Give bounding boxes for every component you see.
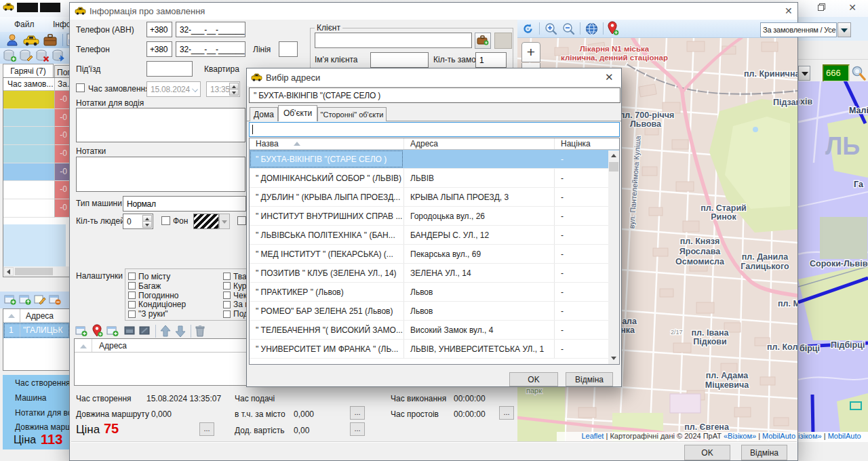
briefcase-icon[interactable] — [43, 33, 57, 46]
scroll-up-button[interactable] — [608, 151, 619, 161]
attr-leaflet[interactable]: Leaflet — [581, 432, 604, 440]
dialog-vscrollbar[interactable] — [608, 151, 619, 364]
order-address-sort[interactable] — [75, 339, 92, 352]
orders-col-za[interactable]: За. — [55, 78, 70, 90]
background-map[interactable]: хів Малі ЛЬ Га Сороки-Львівсь бірці Підб… — [798, 81, 868, 432]
search-map-icon[interactable] — [851, 65, 866, 82]
object-name[interactable]: " ПОЗИТИВ " КЛУБ (ЗЕЛЕНА УЛ., 14) — [250, 264, 403, 282]
maximize-button[interactable] — [813, 3, 828, 14]
object-name[interactable]: " ДОМІНІКАНСЬКИЙ СОБОР " (ЛЬВІВ) — [250, 169, 403, 187]
object-surcharge[interactable]: - — [554, 188, 608, 206]
tab-objects[interactable]: Об'єкти — [278, 105, 317, 121]
map-refresh-icon[interactable] — [521, 22, 534, 35]
object-row[interactable]: " МЕД ІНСТИТУТ " (ПЕКАРСЬКА) (... Пекарс… — [250, 245, 619, 264]
object-row[interactable]: " РОМЕО" БАР ЗЕЛЕНА 251 (Львов) Львов - — [250, 302, 619, 321]
remove-address-icon[interactable] — [49, 294, 61, 305]
order-row[interactable]: -0 — [3, 109, 70, 127]
order-badge-cell[interactable]: -0 — [55, 91, 70, 109]
option-checkbox[interactable] — [223, 301, 231, 308]
add-address-icon[interactable] — [4, 294, 16, 305]
client-extra-button[interactable] — [494, 33, 512, 49]
edit-address-icon[interactable] — [34, 294, 46, 305]
object-row[interactable]: " ДУБЛИН " (КРЫВА ЛЫПА ПРОЕЗД... КРЫВА Л… — [250, 188, 619, 207]
order-row[interactable]: -0 — [3, 181, 70, 199]
object-row[interactable]: " ИНСТИТУТ ВНУТРИШНИХ СПРАВ ... Городоць… — [250, 207, 619, 226]
menu-file[interactable]: Файл — [14, 20, 35, 29]
option-checkbox[interactable] — [128, 301, 136, 308]
option-item[interactable]: Погодинно — [128, 291, 186, 300]
object-surcharge[interactable]: - — [554, 207, 608, 225]
object-address[interactable]: Львов — [403, 302, 554, 320]
option-item[interactable]: "З руки" — [128, 309, 186, 319]
client-input[interactable] — [315, 33, 472, 48]
addr-pin-icon[interactable] — [92, 324, 103, 338]
dialog-cancel-button[interactable]: Відміна — [566, 372, 613, 386]
addr-dark2-icon[interactable] — [139, 325, 151, 337]
people-spinner[interactable]: 0 — [123, 214, 153, 229]
order-badge-cell[interactable]: -0 — [55, 127, 70, 145]
object-row[interactable]: " УНИВЕРСИТЕТ ИМ ФРАНКА " (ЛЬ... ЛЬВІВ, … — [250, 340, 619, 359]
addr-dark1-icon[interactable] — [124, 325, 136, 337]
object-address[interactable]: Городоцька вул., 26 — [403, 207, 554, 225]
object-row[interactable]: " ДОМІНІКАНСЬКИЙ СОБОР " (ЛЬВІВ) ЛЬВІВ - — [250, 169, 619, 188]
extra-checkbox[interactable] — [237, 216, 246, 225]
order-ok-button[interactable]: OK — [684, 445, 730, 460]
dialog-search-input[interactable] — [249, 122, 620, 137]
order-badge-cell[interactable]: -0 — [55, 181, 70, 199]
order-badge-cell[interactable]: -0 — [55, 163, 70, 182]
option-checkbox[interactable] — [128, 292, 136, 299]
object-row[interactable]: " ПОЗИТИВ " КЛУБ (ЗЕЛЕНА УЛ., 14) ЗЕЛЕНА… — [250, 264, 619, 283]
db-delete-icon[interactable] — [36, 49, 50, 62]
object-address[interactable]: КРЫВА ЛЫПА ПРОЕЗД, 3 — [403, 188, 554, 206]
scroll-thumb[interactable] — [609, 162, 618, 172]
entrance-input[interactable] — [146, 61, 193, 77]
object-surcharge[interactable]: - — [554, 169, 608, 187]
order-time-cell[interactable] — [3, 109, 55, 127]
option-item[interactable]: Кондиціонер — [128, 300, 186, 309]
object-surcharge[interactable]: - — [554, 264, 608, 282]
object-name[interactable]: " ДУБЛИН " (КРЫВА ЛЫПА ПРОЕЗД... — [250, 188, 403, 206]
order-time-cell[interactable] — [3, 145, 55, 163]
order-time-cell[interactable] — [3, 181, 55, 199]
left-address-col[interactable]: Адреса — [20, 309, 70, 322]
notes-textarea[interactable] — [76, 157, 245, 192]
addr-add2-icon[interactable] — [106, 325, 119, 337]
option-checkbox[interactable] — [128, 310, 136, 318]
left-address-sort[interactable] — [3, 309, 20, 322]
dialog-ok-button[interactable]: OK — [509, 372, 558, 386]
db-add-icon[interactable] — [3, 49, 17, 62]
object-row[interactable]: " ЛЬВІВСЬКА ПОЛІТЕХНІКА " (БАН... БАНДЕР… — [250, 226, 619, 245]
order-window-close[interactable]: ✕ — [785, 5, 793, 16]
addr-add-icon[interactable] — [75, 325, 87, 337]
order-time-cell[interactable] — [3, 163, 55, 182]
object-address[interactable]: ЗЕЛЕНА УЛ., 14 — [403, 264, 554, 282]
map-globe-icon[interactable] — [585, 22, 599, 36]
scroll-down-button[interactable] — [608, 353, 619, 363]
bg-pattern-dropdown[interactable] — [219, 214, 230, 229]
option-checkbox[interactable] — [223, 273, 231, 280]
object-name[interactable]: " МЕД ІНСТИТУТ " (ПЕКАРСЬКА) (... — [250, 245, 403, 263]
object-name[interactable]: " ИНСТИТУТ ВНУТРИШНИХ СПРАВ ... — [250, 207, 403, 225]
client-person-icon[interactable] — [5, 33, 19, 47]
addr-down-icon[interactable] — [174, 325, 186, 338]
order-row[interactable]: -0 — [3, 127, 70, 145]
option-checkbox[interactable] — [223, 282, 231, 289]
object-surcharge[interactable]: - — [554, 283, 608, 301]
order-badge-cell[interactable]: -0 — [55, 199, 70, 218]
object-surcharge[interactable]: - — [554, 150, 608, 168]
driver-notes-textarea[interactable] — [76, 108, 245, 142]
col-address[interactable]: Адреса — [403, 138, 554, 149]
object-address[interactable]: Пекарська вул., 69 — [403, 245, 554, 263]
object-row[interactable]: " ПРАКТИКЕР " (Львов) Львов - — [250, 283, 619, 302]
object-name[interactable]: " ЛЬВІВСЬКА ПОЛІТЕХНІКА " (БАН... — [250, 226, 403, 244]
phone-avn-input[interactable]: 32-___-__-______ — [176, 22, 245, 37]
option-item[interactable]: По місту — [128, 272, 186, 281]
bg-pattern-swatch[interactable] — [193, 214, 219, 229]
order-badge-cell[interactable]: -0 — [55, 109, 70, 127]
order-count-input[interactable]: 1 — [475, 52, 507, 68]
tab-doma[interactable]: Дома — [250, 107, 278, 121]
attr-vizikom[interactable]: «Візіком» — [724, 432, 756, 440]
object-name[interactable]: " БУХТА-ВІКІНГІВ "(СТАРЕ СЕЛО ) — [250, 150, 403, 168]
phone-input[interactable]: 32-___-__-______ — [176, 41, 245, 57]
object-surcharge[interactable]: - — [554, 340, 608, 358]
